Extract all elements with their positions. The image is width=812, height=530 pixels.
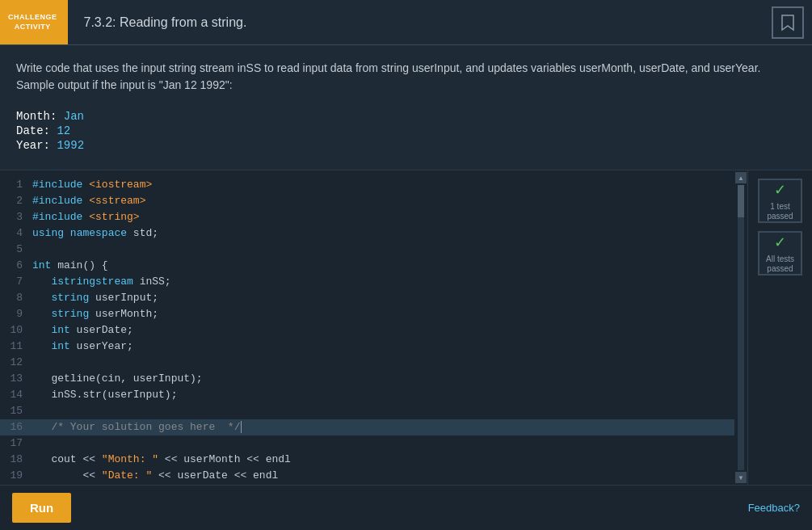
feedback-link[interactable]: Feedback? [748, 502, 800, 514]
test1-box: ✓ 1 test passed [758, 179, 802, 223]
challenge-badge: CHALLENGE ACTIVITY [0, 0, 65, 44]
code-line-12: 12 [0, 355, 734, 371]
sample-line-month: Month: Jan [16, 110, 796, 123]
main-content: Write code that uses the input string st… [0, 45, 812, 530]
bookmark-icon[interactable] [772, 6, 804, 39]
code-line-9: 9 string userMonth; [0, 306, 734, 322]
sample-line-date: Date: 12 [16, 124, 796, 137]
code-line-11: 11 int userYear; [0, 339, 734, 355]
test2-checkmark: ✓ [774, 233, 786, 251]
code-line-7: 7 istringstream inSS; [0, 274, 734, 290]
scrollbar[interactable]: ▲ ▼ [734, 170, 747, 485]
scroll-down-button[interactable]: ▼ [735, 472, 747, 483]
code-line-1: 1 #include <iostream> [0, 177, 734, 193]
test2-box: ✓ All tests passed [758, 231, 802, 276]
run-button[interactable]: Run [12, 493, 71, 523]
code-line-2: 2 #include <sstream> [0, 193, 734, 209]
header-title: 7.3.2: Reading from a string. [65, 0, 764, 44]
bottom-bar: Run Feedback? [0, 485, 812, 530]
code-line-3: 3 #include <string> [0, 209, 734, 225]
code-line-18: 18 cout << "Month: " << userMonth << end… [0, 452, 734, 468]
scroll-thumb[interactable] [738, 185, 744, 217]
code-line-10: 10 int userDate; [0, 322, 734, 339]
test2-label: All tests passed [766, 254, 794, 274]
code-line-17: 17 [0, 435, 734, 452]
code-line-13: 13 getline(cin, userInput); [0, 371, 734, 387]
test-panel: ✓ 1 test passed ✓ All tests passed [747, 170, 812, 485]
bookmark-svg [780, 14, 795, 32]
code-line-15: 15 [0, 403, 734, 419]
sample-line-year: Year: 1992 [16, 139, 796, 152]
code-line-5: 5 [0, 242, 734, 258]
code-line-20: 20 << "Year: " << userYear << endl; [0, 484, 734, 485]
code-area[interactable]: 1 #include <iostream> 2 #include <sstrea… [0, 170, 734, 485]
instructions-text: Write code that uses the input string st… [0, 45, 812, 102]
code-line-4: 4 using namespace std; [0, 225, 734, 242]
header: CHALLENGE ACTIVITY 7.3.2: Reading from a… [0, 0, 812, 45]
code-scroll[interactable]: 1 #include <iostream> 2 #include <sstrea… [0, 170, 734, 485]
test1-checkmark: ✓ [774, 181, 786, 199]
scroll-up-button[interactable]: ▲ [735, 172, 747, 183]
test1-label: 1 test passed [767, 202, 793, 221]
code-line-16[interactable]: 16 /* Your solution goes here */ [0, 419, 734, 435]
code-line-14: 14 inSS.str(userInput); [0, 387, 734, 403]
sample-output: Month: Jan Date: 12 Year: 1992 [0, 102, 812, 170]
code-line-19: 19 << "Date: " << userDate << endl [0, 468, 734, 484]
code-line-6: 6 int main() { [0, 258, 734, 274]
code-editor: 1 #include <iostream> 2 #include <sstrea… [0, 170, 812, 485]
scroll-track[interactable] [738, 185, 744, 470]
code-line-8: 8 string userInput; [0, 290, 734, 306]
